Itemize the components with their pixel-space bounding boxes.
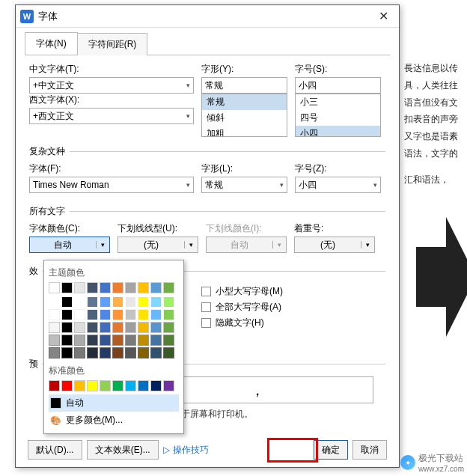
- color-swatch[interactable]: [150, 335, 162, 346]
- color-swatch[interactable]: [125, 380, 136, 391]
- color-swatch[interactable]: [61, 380, 73, 391]
- complex-style-combo[interactable]: 常规 ▾: [201, 177, 287, 193]
- complex-size-combo[interactable]: 小四 ▾: [295, 177, 381, 193]
- color-swatch[interactable]: [87, 322, 98, 333]
- allcaps-checkbox[interactable]: 全部大写字母(A): [201, 301, 283, 314]
- color-swatch[interactable]: [74, 380, 85, 391]
- color-swatch[interactable]: [100, 296, 111, 308]
- color-swatch[interactable]: [87, 380, 98, 391]
- color-swatch[interactable]: [125, 296, 136, 308]
- color-swatch[interactable]: [138, 296, 149, 308]
- color-swatch[interactable]: [150, 347, 162, 358]
- color-swatch[interactable]: [74, 347, 85, 358]
- color-swatch[interactable]: [138, 322, 149, 333]
- color-swatch[interactable]: [163, 296, 174, 308]
- color-swatch[interactable]: [61, 347, 73, 358]
- style-input[interactable]: 常规: [201, 77, 287, 94]
- color-swatch[interactable]: [125, 282, 136, 293]
- color-swatch[interactable]: [74, 282, 85, 293]
- color-swatch[interactable]: [112, 309, 123, 320]
- color-swatch[interactable]: [138, 335, 149, 346]
- color-swatch[interactable]: [49, 380, 60, 391]
- size-input[interactable]: 小四: [295, 77, 381, 94]
- list-item[interactable]: 加粗: [202, 126, 287, 137]
- color-swatch[interactable]: [112, 347, 123, 358]
- color-swatch[interactable]: [87, 296, 98, 308]
- color-swatch[interactable]: [150, 282, 162, 293]
- color-swatch[interactable]: [112, 296, 123, 308]
- color-swatch[interactable]: [61, 282, 73, 293]
- complex-font-combo[interactable]: Times New Roman ▾: [29, 177, 194, 193]
- color-swatch[interactable]: [49, 322, 60, 333]
- font-color-dropdown[interactable]: 自动 ▾: [29, 237, 110, 253]
- color-swatch[interactable]: [100, 309, 111, 320]
- color-swatch[interactable]: [150, 380, 162, 391]
- color-swatch[interactable]: [138, 309, 149, 320]
- color-swatch[interactable]: [112, 380, 123, 391]
- color-swatch[interactable]: [61, 296, 73, 308]
- color-swatch[interactable]: [87, 335, 98, 346]
- color-swatch[interactable]: [87, 309, 98, 320]
- list-item[interactable]: 小四: [296, 126, 380, 137]
- color-swatch[interactable]: [112, 335, 123, 346]
- color-swatch[interactable]: [125, 347, 136, 358]
- color-swatch[interactable]: [150, 322, 162, 333]
- color-swatch[interactable]: [125, 309, 136, 320]
- color-swatch[interactable]: [125, 322, 136, 333]
- color-swatch[interactable]: [49, 296, 60, 308]
- smallcaps-checkbox[interactable]: 小型大写字母(M): [201, 285, 283, 298]
- western-font-combo[interactable]: +西文正文 ▾: [29, 108, 194, 124]
- color-swatch[interactable]: [112, 282, 123, 293]
- style-listbox[interactable]: 常规 倾斜 加粗: [201, 94, 287, 137]
- color-swatch[interactable]: [74, 322, 85, 333]
- list-item[interactable]: 小三: [296, 94, 380, 110]
- color-swatch[interactable]: [74, 335, 85, 346]
- color-swatch[interactable]: [49, 282, 60, 293]
- close-button[interactable]: ✕: [372, 9, 394, 23]
- color-swatch[interactable]: [138, 380, 149, 391]
- tab-spacing[interactable]: 字符间距(R): [77, 33, 148, 55]
- color-swatch[interactable]: [87, 347, 98, 358]
- color-swatch[interactable]: [150, 296, 162, 308]
- color-swatch[interactable]: [163, 309, 174, 320]
- list-item[interactable]: 常规: [202, 94, 287, 110]
- help-link[interactable]: ▷ 操作技巧: [163, 444, 209, 457]
- color-swatch[interactable]: [61, 335, 73, 346]
- default-button[interactable]: 默认(D)...: [28, 440, 82, 460]
- color-swatch[interactable]: [74, 309, 85, 320]
- chinese-font-combo[interactable]: +中文正文 ▾: [29, 77, 194, 94]
- color-swatch[interactable]: [100, 322, 111, 333]
- text-effect-button[interactable]: 文本效果(E)...: [87, 440, 159, 460]
- color-swatch[interactable]: [100, 347, 111, 358]
- color-swatch[interactable]: [61, 322, 73, 333]
- underline-style-dropdown[interactable]: (无) ▾: [117, 237, 198, 253]
- size-listbox[interactable]: 小三 四号 小四: [295, 94, 381, 137]
- color-swatch[interactable]: [100, 380, 111, 391]
- color-swatch[interactable]: [49, 347, 60, 358]
- color-swatch[interactable]: [61, 309, 73, 320]
- color-swatch[interactable]: [163, 282, 174, 293]
- color-swatch[interactable]: [163, 335, 174, 346]
- color-swatch[interactable]: [112, 322, 123, 333]
- hidden-checkbox[interactable]: 隐藏文字(H): [201, 317, 283, 329]
- ok-button[interactable]: 确定: [314, 440, 348, 460]
- color-swatch[interactable]: [49, 309, 60, 320]
- color-swatch[interactable]: [49, 335, 60, 346]
- emphasis-dropdown[interactable]: (无) ▾: [294, 237, 375, 253]
- color-swatch[interactable]: [163, 347, 174, 358]
- color-swatch[interactable]: [125, 335, 136, 346]
- color-swatch[interactable]: [138, 347, 149, 358]
- cancel-button[interactable]: 取消: [352, 440, 387, 460]
- tab-font[interactable]: 字体(N): [25, 32, 78, 55]
- color-swatch[interactable]: [150, 309, 162, 320]
- color-swatch[interactable]: [163, 380, 174, 391]
- more-colors-item[interactable]: 🎨 更多颜色(M)...: [49, 412, 179, 429]
- color-swatch[interactable]: [74, 296, 85, 308]
- list-item[interactable]: 倾斜: [202, 110, 287, 126]
- color-swatch[interactable]: [87, 282, 98, 293]
- auto-color-item[interactable]: 自动: [49, 394, 179, 412]
- color-swatch[interactable]: [100, 335, 111, 346]
- color-swatch[interactable]: [100, 282, 111, 293]
- color-swatch[interactable]: [138, 282, 149, 293]
- list-item[interactable]: 四号: [296, 110, 380, 126]
